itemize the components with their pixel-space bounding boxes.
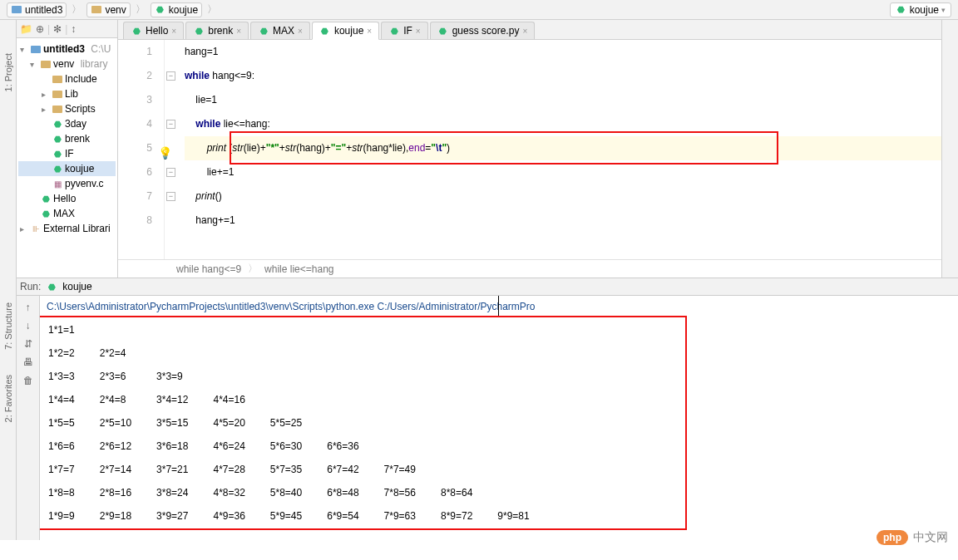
tree-include[interactable]: Include [18,71,116,86]
gear-icon[interactable]: ✻ [53,23,62,35]
table-cell: 9*9=81 [497,505,552,527]
table-cell: 3*3=9 [156,366,211,387]
table-cell: 3*5=15 [156,412,211,434]
python-icon: ⬣ [258,25,269,37]
table-cell: 4*6=24 [213,435,268,457]
crumb-venv[interactable]: venv [86,2,130,17]
project-tree[interactable]: ▾untitled3 C:\U ▾venv library Include ▸L… [17,38,117,239]
collapse-icon[interactable]: ↕ [71,23,76,35]
editor-tab[interactable]: ⬣koujue× [312,22,379,40]
run-toolbar: ↑ ↓ ⇵ 🖶 🗑 [17,296,40,540]
tree-pyvenv[interactable]: ▦pyvenv.c [18,176,116,191]
table-row: 1*2=22*2=4 [48,342,553,364]
crumb-file[interactable]: ⬣koujue [151,2,202,17]
table-cell: 4*9=36 [213,505,268,527]
table-row: 1*4=42*4=83*4=124*4=16 [48,389,553,410]
watermark: php 中文网 [877,530,948,545]
console-output[interactable]: C:\Users\Administrator\PycharmProjects\u… [40,296,958,540]
chevron-right-icon: 〉 [134,2,147,17]
table-cell: 3*6=18 [156,435,211,457]
table-cell: 4*4=16 [213,389,268,410]
print-button[interactable]: 🖶 [22,356,35,369]
fold-icon[interactable]: − [166,168,175,177]
table-row: 1*1=1 [48,319,553,341]
table-cell: 3*4=12 [156,389,211,410]
table-cell: 1*3=3 [48,366,98,387]
table-cell: 5*7=35 [270,459,325,480]
favorites-tool-tab[interactable]: 2: Favorites [3,375,13,422]
structure-tool-tab[interactable]: 7: Structure [3,302,13,350]
fold-icon[interactable]: − [166,120,175,129]
target-icon[interactable]: ⊕ [36,23,44,35]
python-icon: ⬣ [46,281,57,292]
table-row: 1*8=82*8=163*8=244*8=325*8=406*8=487*8=5… [48,482,553,504]
close-icon[interactable]: × [171,27,176,36]
tree-venv[interactable]: ▾venv library [18,56,116,71]
chevron-right-icon: 〉 [70,2,83,17]
table-cell: 5*9=45 [270,505,325,527]
python-icon: ⬣ [319,25,331,37]
table-cell: 7*7=49 [384,459,439,480]
table-row: 1*3=32*3=63*3=9 [48,366,553,387]
editor-tab[interactable]: ⬣brenk× [185,22,249,39]
tree-scripts[interactable]: ▸Scripts [18,101,116,116]
folder-icon[interactable]: 📁 [20,23,32,35]
code-editor[interactable]: 12345678 − − − − hang=1 while hang<=9: l… [118,40,941,259]
table-cell: 1*8=8 [48,482,98,504]
table-cell: 4*8=32 [213,482,268,504]
editor-tab[interactable]: ⬣MAX× [250,22,310,39]
table-row: 1*6=62*6=123*6=184*6=245*6=306*6=36 [48,435,553,457]
table-row: 1*9=92*9=183*9=274*9=365*9=456*9=547*9=6… [48,505,553,527]
table-row: 1*7=72*7=143*7=214*7=285*7=356*7=427*7=4… [48,459,553,480]
table-cell: 2*3=6 [100,366,155,387]
editor-tabs: ⬣Hello×⬣brenk×⬣MAX×⬣koujue×⬣IF×⬣guess sc… [118,20,941,40]
python-icon: ⬣ [388,25,400,37]
chevron-right-icon: 〉 [205,2,219,17]
tree-koujue[interactable]: ⬣koujue [18,161,116,176]
tree-external[interactable]: ▸⊪External Librari [18,221,116,236]
close-icon[interactable]: × [236,27,241,36]
watermark-text: 中文网 [913,530,948,545]
close-icon[interactable]: × [416,27,421,36]
down-button[interactable]: ↓ [22,319,35,332]
editor-tab[interactable]: ⬣Hello× [123,22,184,39]
tree-brenk[interactable]: ⬣brenk [18,131,116,146]
bulb-icon[interactable]: 💡 [158,141,172,165]
table-cell: 5*5=25 [270,412,325,434]
table-cell: 3*8=24 [156,482,211,504]
context-breadcrumb: while hang<=9〉while lie<=hang [118,259,941,278]
editor-area: ⬣Hello×⬣brenk×⬣MAX×⬣koujue×⬣IF×⬣guess sc… [118,20,941,278]
table-cell: 1*9=9 [48,505,98,527]
close-icon[interactable]: × [367,27,372,36]
left-tool-strip: 1: Project [0,20,17,278]
tree-3day[interactable]: ⬣3day [18,116,116,131]
fold-icon[interactable]: − [166,71,175,81]
fold-icon[interactable]: − [166,192,175,201]
wrap-button[interactable]: ⇵ [22,337,35,351]
run-tool-header: Run: ⬣ koujue [0,278,958,296]
editor-tab[interactable]: ⬣guess score.py× [430,22,536,39]
code-lines[interactable]: hang=1 while hang<=9: lie=1 while lie<=h… [180,40,941,259]
breadcrumb: untitled3 〉 venv 〉 ⬣koujue 〉 [7,2,219,17]
run-panel: ▶ ■ ‖ ⏏ 📌 ✕ ↑ ↓ ⇵ 🖶 🗑 C:\Users\Administr… [0,296,958,540]
trash-button[interactable]: 🗑 [22,374,35,387]
tree-root[interactable]: ▾untitled3 C:\U [18,42,116,56]
up-button[interactable]: ↑ [22,301,35,314]
tree-if[interactable]: ⬣IF [18,146,116,161]
project-tool-tab[interactable]: 1: Project [3,53,13,91]
table-cell: 4*7=28 [213,459,268,480]
tree-hello[interactable]: ⬣Hello [18,191,116,206]
tree-lib[interactable]: ▸Lib [18,86,116,101]
table-cell: 3*9=27 [156,505,211,527]
run-config-selector[interactable]: ⬣koujue▾ [890,2,951,17]
editor-tab[interactable]: ⬣IF× [381,22,428,39]
close-icon[interactable]: × [522,27,527,36]
project-panel: 📁 ⊕ | ✻ | ↕ ▾untitled3 C:\U ▾venv librar… [17,20,118,278]
crumb-project[interactable]: untitled3 [7,2,67,17]
table-cell: 6*6=36 [327,435,382,457]
table-cell: 2*6=12 [100,435,155,457]
tree-max[interactable]: ⬣MAX [18,206,116,221]
close-icon[interactable]: × [298,27,303,36]
table-cell: 1*1=1 [48,319,98,341]
table-cell: 2*8=16 [100,482,155,504]
